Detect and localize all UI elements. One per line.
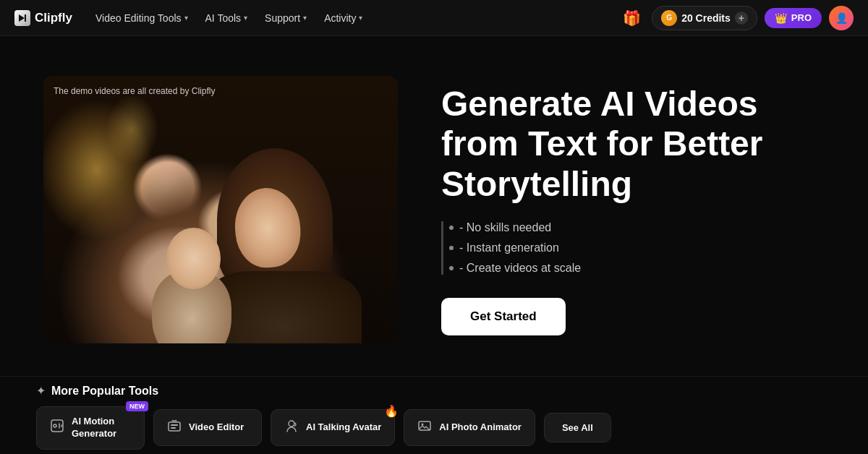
- tools-title: More Popular Tools: [51, 385, 158, 398]
- chevron-down-icon: ▾: [184, 14, 188, 22]
- tool-ai-motion-generator[interactable]: NEW AI MotionGenerator: [36, 406, 145, 450]
- logo[interactable]: Clipfly: [14, 10, 72, 26]
- svg-rect-4: [171, 424, 178, 426]
- tool-label-avatar: AI Talking Avatar: [306, 421, 381, 434]
- logo-icon: [14, 10, 30, 26]
- nav-support[interactable]: Support ▾: [265, 12, 307, 24]
- svg-point-2: [54, 424, 56, 427]
- tools-bar: ✦ More Popular Tools NEW AI MotionGenera…: [0, 376, 868, 454]
- chevron-down-icon: ▾: [359, 14, 362, 22]
- sparkle-icon: ✦: [36, 384, 46, 398]
- avatar-button[interactable]: 👤: [829, 6, 854, 30]
- hero-features: - No skills needed - Instant generation …: [441, 221, 825, 275]
- nav-ai-tools[interactable]: AI Tools ▾: [205, 12, 248, 24]
- crown-icon: 👑: [775, 12, 787, 24]
- navbar: Clipfly Video Editing Tools ▾ AI Tools ▾…: [0, 0, 868, 36]
- svg-rect-3: [169, 422, 180, 431]
- badge-fire: 🔥: [384, 404, 399, 418]
- baby-face: [166, 228, 221, 289]
- credits-amount: 20 Credits: [681, 12, 731, 24]
- svg-rect-0: [25, 14, 26, 22]
- svg-point-6: [289, 421, 294, 427]
- ai-photo-animator-icon: [417, 419, 432, 437]
- brand-name: Clipfly: [35, 11, 72, 25]
- get-started-button[interactable]: Get Started: [441, 298, 566, 335]
- tool-video-editor[interactable]: Video Editor: [153, 409, 262, 446]
- pro-button[interactable]: 👑 PRO: [765, 8, 822, 28]
- nav-video-editing[interactable]: Video Editing Tools ▾: [95, 12, 188, 24]
- tool-label-photo-animator: AI Photo Animator: [439, 421, 522, 434]
- video-label: The demo videos are all created by Clipf…: [54, 86, 215, 96]
- pro-label: PRO: [791, 12, 812, 23]
- nav-activity[interactable]: Activity ▾: [324, 12, 362, 24]
- credits-add-icon: +: [735, 12, 748, 25]
- feature-dot-1: [449, 226, 454, 230]
- hero-content: Generate AI Videos from Text for Better …: [441, 84, 825, 335]
- tool-ai-photo-animator[interactable]: AI Photo Animator: [404, 409, 535, 446]
- feature-3: - Create videos at scale: [449, 262, 825, 275]
- avatar-icon: 👤: [835, 12, 848, 24]
- credits-coin-icon: G: [661, 10, 677, 26]
- tools-header: ✦ More Popular Tools: [36, 384, 832, 398]
- feature-1: - No skills needed: [449, 221, 825, 234]
- hero-video: The demo videos are all created by Clipf…: [43, 76, 398, 343]
- svg-rect-5: [171, 427, 176, 429]
- hero-section: The demo videos are all created by Clipf…: [0, 36, 868, 376]
- badge-new: NEW: [126, 401, 148, 411]
- nav-right: 🎁 G 20 Credits + 👑 PRO 👤: [618, 5, 854, 31]
- video-editor-icon: [167, 419, 182, 437]
- feature-dot-3: [449, 266, 454, 270]
- tools-list: NEW AI MotionGenerator Video Edi: [36, 406, 832, 450]
- ai-talking-avatar-icon: [284, 419, 299, 437]
- gift-icon: 🎁: [623, 9, 641, 27]
- credits-button[interactable]: G 20 Credits +: [652, 6, 757, 30]
- chevron-down-icon: ▾: [303, 14, 307, 22]
- hero-title: Generate AI Videos from Text for Better …: [441, 84, 825, 204]
- tool-ai-talking-avatar[interactable]: 🔥 AI Talking Avatar: [271, 409, 395, 446]
- feature-dot-2: [449, 246, 454, 250]
- tool-label-video-editor: Video Editor: [189, 421, 244, 434]
- svg-point-8: [422, 424, 424, 426]
- gift-button[interactable]: 🎁: [618, 5, 644, 31]
- see-all-button[interactable]: See All: [544, 413, 611, 442]
- feature-2: - Instant generation: [449, 241, 825, 254]
- chevron-down-icon: ▾: [244, 14, 247, 22]
- nav-links: Video Editing Tools ▾ AI Tools ▾ Support…: [95, 12, 595, 24]
- tool-label-motion: AI MotionGenerator: [72, 416, 116, 440]
- ai-motion-icon: [50, 419, 64, 437]
